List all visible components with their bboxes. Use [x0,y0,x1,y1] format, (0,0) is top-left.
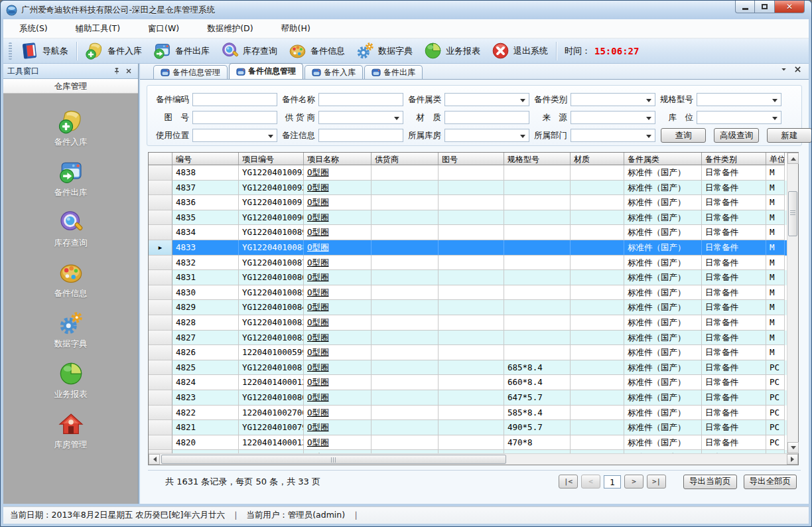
cell-name[interactable]: O型圈 [304,406,372,421]
cell-id[interactable]: 4822 [172,406,239,421]
cell-id[interactable]: 4825 [172,360,239,376]
cell-drawing[interactable] [439,435,504,451]
cell-id[interactable]: 4827 [172,331,239,346]
toolbar-button-data-dict[interactable]: 数据字典 [350,39,418,62]
cell-category[interactable]: 标准件（国产） [624,225,702,240]
cell-drawing[interactable] [439,360,504,376]
cell-supplier[interactable] [372,195,439,210]
cell-category[interactable]: 标准件（国产） [624,345,702,360]
query-button[interactable]: 查询 [661,128,706,143]
table-row[interactable]: 48261220401000599O型圈标准件（国产）日常备件M [149,345,787,360]
sidebar-item-stock-in[interactable]: 备件入库 [54,108,88,148]
cell-material[interactable] [571,420,624,435]
cell-supplier[interactable] [372,406,439,421]
cell-project_no[interactable]: YG12204010093 [239,165,304,181]
cell-material[interactable] [571,285,624,301]
table-row[interactable]: 4835YG12204010090O型圈标准件（国产）日常备件M [149,210,787,226]
toolbar-button-report[interactable]: 业务报表 [418,39,486,62]
cell-category[interactable]: 标准件（国产） [624,406,702,421]
cell-supplier[interactable] [372,375,439,390]
cell-name[interactable]: O型圈 [304,331,372,346]
table-row[interactable]: 4838YG12204010093O型圈标准件（国产）日常备件M [149,165,787,181]
cell-spec[interactable] [504,315,571,331]
row-header-cell[interactable] [149,406,172,421]
menu-item-5[interactable]: 帮助(H) [279,21,313,37]
cell-drawing[interactable] [439,195,504,210]
table-row[interactable]: 4829YG12204010084O型圈标准件（国产）日常备件M [149,300,787,315]
cell-name[interactable]: O型圈 [304,375,372,390]
scroll-down-button[interactable] [787,442,799,453]
toolbar-button-inventory-query[interactable]: 库存查询 [215,39,283,62]
cell-supplier[interactable] [372,240,439,256]
cell-type[interactable]: 日常备件 [702,331,766,346]
cell-material[interactable] [571,435,624,451]
table-row[interactable]: 4828YG12204010083O型圈标准件（国产）日常备件M [149,315,787,331]
cell-spec[interactable]: 490*5.7 [504,420,571,435]
cell-id[interactable]: 4823 [172,390,239,406]
cell-category[interactable]: 标准件（国产） [624,360,702,376]
cell-project_no[interactable]: YG12204010084 [239,300,304,315]
minimize-button[interactable] [735,1,755,13]
cell-id[interactable]: 4832 [172,256,239,271]
pin-button[interactable] [111,66,122,76]
table-row[interactable]: 48221220401002700O型圈585*8.4标准件（国产）日常备件PC [149,406,787,421]
cell-type[interactable]: 日常备件 [702,345,766,360]
cell-drawing[interactable] [439,406,504,421]
cell-supplier[interactable] [372,420,439,435]
table-row[interactable]: 4827YG12204010082O型圈标准件（国产）日常备件M [149,331,787,346]
search-dropdown[interactable] [444,93,529,106]
tab-3[interactable]: 备件入库 [304,65,363,79]
cell-project_no[interactable]: YG12204010083 [239,315,304,331]
tab-close-button[interactable] [793,64,802,76]
cell-id[interactable]: 4833 [172,240,239,256]
table-row[interactable]: 4823YG12204010080O型圈647*5.7标准件（国产）日常备件PC [149,390,787,406]
cell-spec[interactable] [504,165,571,181]
cell-drawing[interactable] [439,390,504,406]
cell-id[interactable]: 4834 [172,225,239,240]
cell-material[interactable] [571,270,624,285]
cell-type[interactable]: 日常备件 [702,315,766,331]
cell-type[interactable]: 日常备件 [702,195,766,210]
cell-project_no[interactable]: YG12204010087 [239,256,304,271]
menu-item-2[interactable]: 辅助工具(T) [73,21,123,37]
close-button[interactable]: ✕ [774,1,805,13]
cell-drawing[interactable] [439,240,504,256]
cell-project_no[interactable]: YG12204010088 [239,240,304,256]
cell-supplier[interactable] [372,225,439,240]
cell-id[interactable]: 4828 [172,315,239,331]
export-current-page-button[interactable]: 导出当前页 [683,475,737,489]
cell-drawing[interactable] [439,345,504,360]
sidebar-item-inventory-query[interactable]: 库存查询 [54,209,88,249]
page-number-input[interactable]: 1 [604,475,621,489]
cell-category[interactable]: 标准件（国产） [624,420,702,435]
cell-project_no[interactable]: 1220401002700 [239,406,304,421]
cell-spec[interactable]: 685*8.4 [504,360,571,376]
cell-drawing[interactable] [439,165,504,181]
row-header-cell[interactable] [149,195,172,210]
toolbar-button-navbar[interactable]: 导航条 [15,39,74,62]
cell-drawing[interactable] [439,285,504,301]
cell-category[interactable]: 标准件（国产） [624,315,702,331]
search-input[interactable] [444,111,529,124]
cell-name[interactable]: O型圈 [304,240,372,256]
sidebar-close-button[interactable] [123,66,134,76]
first-page-button[interactable]: |< [559,475,578,489]
tab-list-dropdown-button[interactable] [779,64,788,76]
advanced-query-button[interactable]: 高级查询 [714,128,759,143]
cell-type[interactable]: 日常备件 [702,225,766,240]
cell-project_no[interactable]: YG12204010081 [239,360,304,376]
table-row[interactable]: ▶4833YG12204010088O型圈标准件（国产）日常备件M [149,240,787,256]
column-header-drawing[interactable]: 图号 [439,153,504,165]
row-header-cell[interactable] [149,420,172,435]
cell-spec[interactable] [504,285,571,301]
cell-name[interactable]: O型圈 [304,270,372,285]
prev-page-button[interactable]: < [581,475,600,489]
cell-unit[interactable]: M [766,195,785,210]
cell-category[interactable]: 标准件（国产） [624,210,702,226]
cell-spec[interactable] [504,195,571,210]
cell-type[interactable]: 日常备件 [702,406,766,421]
cell-unit[interactable]: M [766,270,785,285]
last-page-button[interactable]: >| [647,475,666,489]
cell-project_no[interactable]: YG12204010085 [239,285,304,301]
cell-name[interactable]: O型圈 [304,256,372,271]
